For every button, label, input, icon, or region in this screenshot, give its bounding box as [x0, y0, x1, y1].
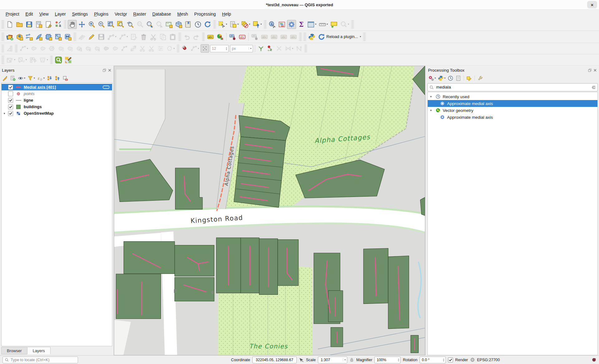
menu-vector[interactable]: Vector: [111, 11, 130, 17]
edit-features-in-place[interactable]: [465, 74, 473, 82]
clear-search-icon[interactable]: [591, 84, 596, 90]
toolbar-handle[interactable]: [177, 45, 179, 52]
globe-icon[interactable]: [470, 357, 475, 362]
float-panel-icon[interactable]: [588, 68, 592, 73]
topological-editing[interactable]: [257, 44, 265, 53]
new-map-view[interactable]: [164, 20, 173, 29]
toolbar-handle[interactable]: [363, 32, 366, 41]
menu-processing[interactable]: Processing: [191, 11, 219, 17]
select-by-value[interactable]: ▾: [229, 20, 240, 29]
results-viewer[interactable]: [455, 74, 462, 82]
new-geopackage-layer[interactable]: [15, 32, 24, 41]
toolbar-handle[interactable]: [64, 20, 66, 29]
toolbar-handle[interactable]: [304, 45, 307, 52]
manage-map-themes[interactable]: ▾: [17, 74, 26, 82]
toolbar-handle[interactable]: [15, 45, 17, 52]
toolbar-handle[interactable]: [299, 32, 302, 41]
zoom-to-layer[interactable]: [126, 20, 135, 29]
measure-line[interactable]: ▾: [318, 20, 329, 29]
zoom-in[interactable]: [87, 20, 96, 29]
new-shapefile-layer[interactable]: [25, 32, 34, 41]
layer-item-points[interactable]: points: [2, 90, 112, 97]
refresh-map[interactable]: [203, 20, 212, 29]
new-temporary-scratch-layer[interactable]: [44, 32, 53, 41]
expander-icon[interactable]: ▾: [430, 95, 433, 98]
toolbar-handle[interactable]: [351, 20, 354, 29]
layer-diagram-options[interactable]: [216, 32, 225, 41]
toolbar-handle[interactable]: [304, 32, 306, 41]
toolbar-handle[interactable]: [2, 45, 4, 52]
layer-visibility-checkbox[interactable]: [8, 91, 13, 96]
extent-toggle-icon[interactable]: [299, 357, 304, 362]
highlight-pinned-labels[interactable]: abc: [238, 32, 247, 41]
scripts-menu[interactable]: ▾: [437, 74, 446, 82]
close-button[interactable]: ×: [587, 1, 597, 8]
menu-project[interactable]: Project: [2, 11, 22, 17]
snapping-tolerance[interactable]: 12▲▼: [210, 45, 229, 52]
data-source-manager[interactable]: [5, 32, 14, 41]
toolbar-handle[interactable]: [74, 32, 76, 41]
memory-layer-indicator-icon[interactable]: [103, 85, 110, 89]
menu-database[interactable]: Database: [149, 11, 174, 17]
map-canvas[interactable]: Alpha Cottages Alpha Cottages Kingston R…: [114, 66, 425, 355]
deselect-features[interactable]: ▾: [240, 20, 251, 29]
new-project[interactable]: [5, 20, 14, 29]
menu-layer[interactable]: Layer: [52, 11, 69, 17]
coordinate-input[interactable]: 322045.05, 129688.67: [252, 357, 297, 363]
new-3d-map-view[interactable]: [174, 20, 183, 29]
open-project[interactable]: [15, 20, 24, 29]
toggle-editing[interactable]: [87, 32, 96, 41]
toolbar-handle[interactable]: [202, 32, 205, 41]
layer-item-ligne[interactable]: ligne: [2, 97, 112, 103]
toolbar-handle[interactable]: [2, 20, 4, 29]
open-layer-styling-dock[interactable]: [1, 74, 9, 82]
magnifier-spinner[interactable]: 100% ▲▼: [374, 357, 401, 363]
layer-visibility-checkbox[interactable]: [8, 98, 13, 103]
models-menu[interactable]: ▾: [427, 74, 437, 82]
toggle-processing-toolbox[interactable]: [287, 20, 296, 29]
show-statistics[interactable]: Σ: [297, 20, 306, 29]
save-project[interactable]: [25, 20, 34, 29]
toolbar-handle[interactable]: [50, 56, 53, 64]
processing-group-vector-geometry[interactable]: ▾Vector geometry: [428, 107, 597, 114]
new-gpx-layer[interactable]: [63, 32, 72, 41]
toolbar-handle[interactable]: [2, 32, 4, 41]
select-by-location[interactable]: ▾: [252, 20, 263, 29]
layer-visibility-checkbox[interactable]: [8, 85, 13, 90]
python-console[interactable]: [307, 32, 316, 41]
rotation-spinner[interactable]: 0.0 ° ▲▼: [420, 357, 446, 363]
processing-search-input[interactable]: [436, 84, 590, 90]
chevron-down-icon[interactable]: ▾: [343, 358, 347, 361]
zoom-last[interactable]: [145, 20, 154, 29]
snapping-unit[interactable]: px▾: [230, 45, 253, 52]
history[interactable]: [447, 74, 454, 82]
expander-icon[interactable]: ▾: [430, 109, 433, 112]
new-print-layout[interactable]: [34, 20, 43, 29]
menu-view[interactable]: View: [36, 11, 52, 17]
close-panel-icon[interactable]: [593, 68, 597, 73]
scale-combo[interactable]: 1:307 ▾: [318, 357, 347, 363]
locator-search[interactable]: Type to locate (Ctrl+K): [2, 357, 78, 363]
menu-mesh[interactable]: Mesh: [174, 11, 191, 17]
menu-plugins[interactable]: Plugins: [91, 11, 111, 17]
dock-tab-layers[interactable]: Layers: [27, 347, 51, 354]
menu-raster[interactable]: Raster: [130, 11, 149, 17]
close-panel-icon[interactable]: [108, 68, 112, 73]
enable-tracing[interactable]: [266, 44, 274, 53]
map-tips[interactable]: [329, 20, 338, 29]
menu-edit[interactable]: Edit: [22, 11, 36, 17]
zoom-to-selection[interactable]: [116, 20, 125, 29]
layer-item-medial-axis-401-[interactable]: Medial axis [401]: [2, 84, 112, 90]
toolbar-handle[interactable]: [213, 20, 216, 29]
select-features[interactable]: ▾: [217, 20, 228, 29]
show-spatial-bookmarks[interactable]: [184, 20, 193, 29]
pan-map[interactable]: [68, 20, 77, 29]
snapping-options[interactable]: [201, 44, 209, 53]
pan-to-selection[interactable]: [77, 20, 86, 29]
enable-snapping[interactable]: [181, 44, 189, 53]
zoom-full-extent[interactable]: [106, 20, 115, 29]
toolbar-handle[interactable]: [264, 20, 266, 29]
layer-labeling-options[interactable]: abc: [206, 32, 215, 41]
zoom-out[interactable]: [97, 20, 106, 29]
collapse-all[interactable]: [54, 74, 61, 82]
